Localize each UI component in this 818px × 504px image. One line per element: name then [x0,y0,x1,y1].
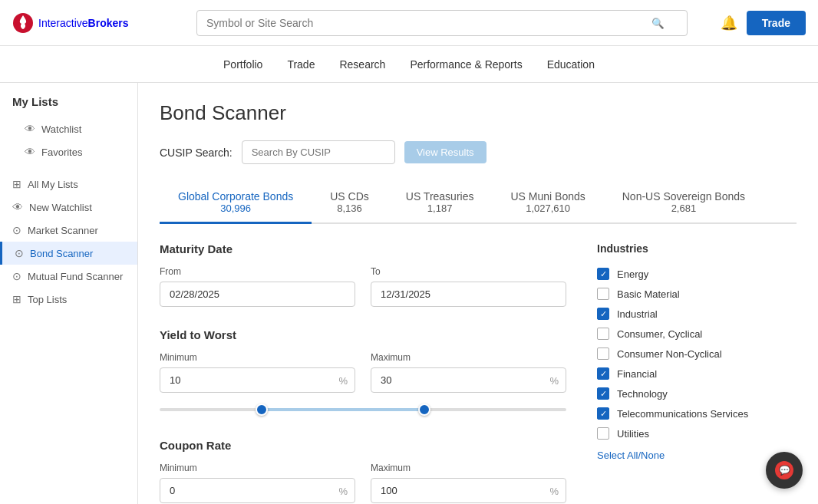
maturity-from-group: From [160,266,355,307]
tab-us-cds[interactable]: US CDs 8,136 [312,183,388,224]
industry-checkbox-4[interactable] [597,348,609,360]
industry-checkbox-7[interactable] [597,407,609,420]
yield-max-input[interactable] [371,367,566,393]
maturity-to-input[interactable] [371,282,566,307]
sidebar-item-all-my-lists[interactable]: ⊞ All My Lists [0,173,137,196]
nav-portfolio[interactable]: Portfolio [223,55,262,74]
slider-fill [262,408,424,411]
industry-checkbox-5[interactable] [597,367,609,380]
coupon-min-pct: % [338,485,348,496]
yield-min-input[interactable] [160,367,355,393]
industry-label-5: Financial [617,368,657,380]
tab-us-muni-bonds-name: US Muni Bonds [510,190,585,203]
tab-global-corporate-bonds-count: 30,996 [178,203,293,214]
yield-min-wrap: % [160,367,355,393]
tab-non-us-sovereign-name: Non-US Sovereign Bonds [622,190,745,203]
industry-checkbox-0[interactable] [597,268,609,280]
coupon-min-input[interactable] [160,478,355,503]
sidebar-item-bond-scanner[interactable]: ⊙ Bond Scanner [0,242,137,265]
coupon-max-input[interactable] [371,478,566,503]
coupon-title: Coupon Rate [160,439,566,452]
yield-min-pct: % [338,374,348,386]
notification-bell[interactable]: 🔔 [721,15,737,31]
logo-text: InteractiveBrokers [38,17,129,29]
industry-item-5: Financial [597,364,797,384]
industry-checkbox-1[interactable] [597,288,609,300]
industry-list: EnergyBasic MaterialIndustrialConsumer, … [597,264,797,443]
sidebar-item-market-scanner[interactable]: ⊙ Market Scanner [0,219,137,242]
eye-icon: 👁 [25,123,35,135]
eye-icon-3: 👁 [12,201,23,213]
sidebar-item-new-watchlist[interactable]: 👁 New Watchlist [0,196,137,219]
logo[interactable]: InteractiveBrokers [12,12,166,34]
bond-scanner-icon: ⊙ [15,247,24,259]
sidebar-item-mutual-fund-scanner[interactable]: ⊙ Mutual Fund Scanner [0,265,137,288]
industry-label-1: Basic Material [617,288,680,300]
trade-button[interactable]: Trade [747,11,806,35]
coupon-min-label: Minimum [160,463,355,473]
tab-global-corporate-bonds[interactable]: Global Corporate Bonds 30,996 [160,183,312,224]
slider-thumb-min[interactable] [256,404,268,416]
page-title: Bond Scanner [160,101,797,125]
yield-section: Yield to Worst Minimum % Maximum [160,328,566,417]
search-wrapper: 🔍 [181,10,672,36]
slider-thumb-max[interactable] [418,404,430,416]
sidebar-item-watchlist[interactable]: 👁 Watchlist [0,117,137,140]
main-layout: My Lists 👁 Watchlist 👁 Favorites ⊞ All M… [0,83,818,504]
coupon-section: Coupon Rate Minimum % Maximum [160,439,566,503]
grid-icon: ⊞ [12,178,21,190]
industry-item-0: Energy [597,264,797,284]
scanner-icon: ⊙ [12,224,21,236]
search-button[interactable]: 🔍 [651,17,665,28]
view-results-button[interactable]: View Results [404,141,487,163]
industry-checkbox-6[interactable] [597,387,609,400]
tab-us-muni-bonds[interactable]: US Muni Bonds 1,027,610 [492,183,603,224]
industry-item-4: Consumer Non-Cyclical [597,344,797,364]
sidebar-label-favorites: Favorites [41,147,82,158]
industry-checkbox-2[interactable] [597,308,609,320]
maturity-title: Maturity Date [160,242,566,255]
tab-non-us-sovereign-bonds[interactable]: Non-US Sovereign Bonds 2,681 [604,183,764,224]
industry-item-3: Consumer, Cyclical [597,324,797,344]
industry-item-2: Industrial [597,304,797,324]
search-input[interactable] [196,10,688,36]
left-filters: Maturity Date From To Yield to [160,242,566,504]
industry-item-1: Basic Material [597,284,797,304]
industry-item-8: Utilities [597,423,797,443]
nav-trade[interactable]: Trade [287,55,315,74]
industries-title: Industries [597,242,797,255]
maturity-from-input[interactable] [160,282,355,307]
cusip-row: CUSIP Search: View Results [160,140,797,164]
yield-max-wrap: % [371,367,566,393]
sidebar-label-bond-scanner: Bond Scanner [30,248,93,259]
industry-item-6: Technology [597,384,797,404]
sidebar-item-favorites[interactable]: 👁 Favorites [0,140,137,163]
sidebar-label-new-watchlist: New Watchlist [29,202,92,213]
yield-min-field: Minimum % [160,352,355,393]
industry-label-2: Industrial [617,308,658,320]
sidebar-label-watchlist: Watchlist [41,124,81,135]
sidebar-title: My Lists [0,95,137,117]
coupon-min-field: Minimum % [160,463,355,503]
industry-label-0: Energy [617,268,648,280]
select-all-none-link[interactable]: Select All/None [597,450,797,461]
sidebar-item-top-lists[interactable]: ⊞ Top Lists [0,288,137,311]
chat-bubble[interactable]: 💬 [766,452,803,489]
tab-us-cds-name: US CDs [330,190,369,203]
nav-performance-reports[interactable]: Performance & Reports [410,55,522,74]
yield-min-label: Minimum [160,352,355,363]
nav-education[interactable]: Education [547,55,595,74]
maturity-to-label: To [371,266,566,277]
tab-us-cds-count: 8,136 [330,203,369,214]
tab-us-treasuries[interactable]: US Treasuries 1,187 [388,183,493,224]
yield-slider[interactable] [160,402,566,417]
industry-item-7: Telecommunications Services [597,404,797,423]
industry-label-7: Telecommunications Services [617,408,748,420]
industry-label-4: Consumer Non-Cyclical [617,348,722,360]
nav-research[interactable]: Research [339,55,385,74]
tab-global-corporate-bonds-name: Global Corporate Bonds [178,190,293,203]
industry-checkbox-8[interactable] [597,427,609,440]
maturity-date-section: Maturity Date From To [160,242,566,307]
cusip-input[interactable] [242,140,395,164]
industry-checkbox-3[interactable] [597,328,609,340]
